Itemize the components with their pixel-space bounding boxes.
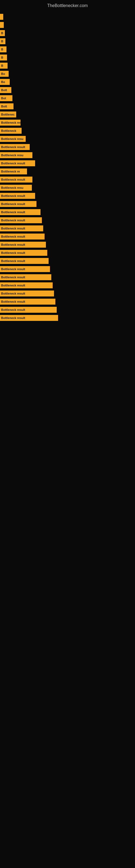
bar-label-13: Bottleneck res (1, 121, 20, 124)
bar-6: B (0, 63, 8, 69)
bar-label-5: B (1, 56, 3, 59)
bar-row: Bottleneck result (0, 143, 135, 151)
bar-label-24: Bottleneck result (1, 211, 25, 214)
bar-label-16: Bottleneck result (1, 145, 25, 149)
bar-label-10: Bot (1, 97, 6, 100)
bar-label-35: Bottleneck result (1, 300, 25, 303)
bar-label-4: B (1, 48, 3, 51)
bar-2: B (0, 30, 5, 36)
bar-row: Bo (0, 78, 135, 86)
bar-26: Bottleneck result (0, 225, 43, 231)
bar-label-9: Bott (1, 88, 7, 92)
bar-row: Bottleneck result (0, 265, 135, 273)
bar-label-33: Bottleneck result (1, 284, 25, 287)
bar-row: Bottlenec (0, 111, 135, 118)
bar-23: Bottleneck result (0, 201, 37, 207)
bar-36: Bottleneck result (0, 307, 57, 313)
bar-24: Bottleneck result (0, 209, 41, 215)
bar-label-3: B (1, 40, 3, 43)
bar-row: Bottleneck result (0, 273, 135, 281)
bar-label-29: Bottleneck result (1, 251, 25, 254)
bar-row: Bottleneck result (0, 314, 135, 322)
bar-label-18: Bottleneck result (1, 162, 25, 165)
bar-7: Bo (0, 71, 9, 77)
bar-label-23: Bottleneck result (1, 203, 25, 206)
bar-31: Bottleneck result (0, 266, 50, 272)
bar-row: Bottleneck result (0, 208, 135, 216)
bar-row: Bottleneck re (0, 167, 135, 175)
bar-19: Bottleneck re (0, 168, 27, 175)
bar-9: Bott (0, 87, 11, 93)
bar-label-36: Bottleneck result (1, 308, 25, 311)
bar-10: Bot (0, 95, 12, 101)
bar-1 (0, 22, 4, 28)
bar-label-22: Bottleneck result (1, 194, 25, 197)
bar-18: Bottleneck result (0, 160, 35, 166)
bar-label-19: Bottleneck re (1, 170, 20, 173)
bar-37: Bottleneck result (0, 315, 58, 321)
bar-label-2: B (1, 31, 3, 35)
bar-8: Bo (0, 79, 10, 85)
bar-label-37: Bottleneck result (1, 316, 25, 319)
bar-20: Bottleneck result (0, 177, 32, 183)
bar-row: Bott (0, 86, 135, 94)
bar-row: Bottleneck result (0, 290, 135, 297)
bar-label-20: Bottleneck result (1, 178, 25, 181)
bar-label-25: Bottleneck result (1, 219, 25, 222)
bar-row: Bottleneck result (0, 216, 135, 224)
bar-row: Bottleneck result (0, 159, 135, 167)
bar-label-21: Bottleneck resu (1, 186, 24, 189)
bar-0 (0, 14, 3, 20)
bar-22: Bottleneck result (0, 193, 35, 199)
bar-label-34: Bottleneck result (1, 292, 25, 295)
bar-label-28: Bottleneck result (1, 243, 25, 246)
bar-label-11: Bott (1, 105, 7, 108)
bar-label-6: B (1, 64, 3, 67)
bar-row: Bottleneck result (0, 200, 135, 208)
bar-14: Bottleneck (0, 128, 21, 134)
bar-34: Bottleneck result (0, 290, 54, 297)
bar-row (0, 21, 135, 29)
bar-row: Bot (0, 94, 135, 102)
bar-label-8: Bo (1, 80, 5, 84)
bar-30: Bottleneck result (0, 258, 49, 264)
bar-row: Bottleneck resu (0, 135, 135, 143)
bar-12: Bottlenec (0, 112, 16, 118)
bar-16: Bottleneck result (0, 144, 30, 150)
bar-row: B (0, 29, 135, 37)
bar-label-27: Bottleneck result (1, 235, 25, 238)
bar-row: B (0, 54, 135, 61)
bar-row: Bottleneck resu (0, 184, 135, 191)
bar-label-7: Bo (1, 72, 5, 75)
bar-label-26: Bottleneck result (1, 227, 25, 230)
bar-label-12: Bottlenec (1, 113, 14, 116)
bar-row: B (0, 62, 135, 69)
bar-17: Bottleneck resu (0, 152, 32, 158)
bar-row: Bottleneck resu (0, 151, 135, 159)
bar-row: Bo (0, 70, 135, 78)
bar-25: Bottleneck result (0, 217, 42, 223)
bar-15: Bottleneck resu (0, 136, 26, 142)
bar-5: B (0, 55, 7, 61)
bar-row: B (0, 37, 135, 45)
bar-row: Bottleneck result (0, 225, 135, 232)
bar-row: Bottleneck result (0, 192, 135, 199)
bar-29: Bottleneck result (0, 250, 47, 256)
bar-row: Bottleneck result (0, 176, 135, 183)
bar-label-32: Bottleneck result (1, 276, 25, 279)
bar-row: Bottleneck result (0, 298, 135, 305)
bar-35: Bottleneck result (0, 299, 55, 305)
bar-row: Bottleneck res (0, 119, 135, 126)
bar-row: Bottleneck result (0, 257, 135, 265)
site-title: TheBottlenecker.com (0, 0, 135, 10)
bar-3: B (0, 38, 5, 44)
bar-4: B (0, 46, 6, 52)
bar-label-14: Bottleneck (1, 129, 16, 132)
bar-32: Bottleneck result (0, 274, 51, 280)
bar-row: Bottleneck result (0, 249, 135, 257)
bar-13: Bottleneck res (0, 120, 20, 126)
bar-label-17: Bottleneck resu (1, 154, 24, 157)
bar-33: Bottleneck result (0, 282, 53, 288)
bar-27: Bottleneck result (0, 234, 45, 240)
bar-row: Bottleneck result (0, 241, 135, 248)
